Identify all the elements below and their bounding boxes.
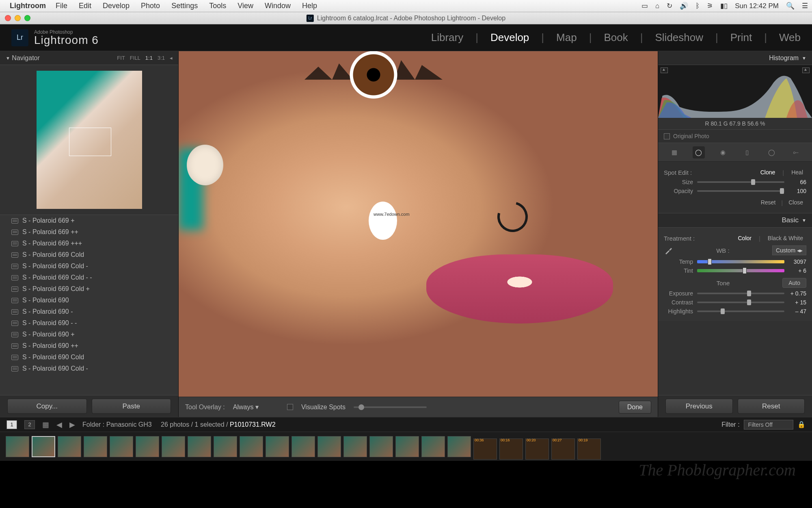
filmstrip-video-thumb[interactable] [473, 439, 497, 460]
original-photo-checkbox[interactable] [664, 133, 670, 139]
filmstrip-video-thumb[interactable] [577, 439, 601, 460]
menu-icon[interactable]: ☰ [802, 2, 808, 10]
app-menu[interactable]: Lightroom [10, 2, 46, 10]
prev-photo-icon[interactable]: ◀ [56, 420, 62, 429]
filmstrip-video-thumb[interactable] [499, 439, 523, 460]
auto-tone-button[interactable]: Auto [782, 278, 806, 288]
preset-item[interactable]: S - Polaroid 669 +++ [0, 238, 178, 249]
menu-file[interactable]: File [56, 2, 67, 10]
filmstrip-thumb[interactable] [395, 436, 419, 457]
grid-view-icon[interactable]: ▦ [42, 420, 49, 429]
preset-item[interactable]: S - Polaroid 690 Cold [0, 352, 178, 363]
contrast-slider[interactable] [697, 302, 784, 303]
temp-value[interactable]: 3097 [788, 258, 806, 265]
crop-tool-icon[interactable]: ▦ [668, 146, 680, 158]
filter-lock-icon[interactable]: 🔒 [797, 421, 806, 428]
preset-item[interactable]: S - Polaroid 690 [0, 295, 178, 306]
preset-item[interactable]: S - Polaroid 669 Cold [0, 249, 178, 261]
clone-mode-button[interactable]: Clone [757, 168, 779, 176]
filmstrip-thumb[interactable] [266, 436, 289, 457]
spot-removal-cursor[interactable] [369, 202, 397, 240]
color-treatment-button[interactable]: Color [734, 234, 754, 242]
filmstrip-thumb[interactable] [32, 436, 55, 457]
filmstrip-thumb[interactable] [447, 436, 471, 457]
zoom-fill[interactable]: FILL [130, 55, 140, 61]
airplay-icon[interactable]: ⌂ [655, 2, 659, 10]
menu-help[interactable]: Help [302, 2, 317, 10]
redeye-tool-icon[interactable]: ◉ [717, 146, 729, 158]
menu-tools[interactable]: Tools [209, 2, 226, 10]
zoom-3-1[interactable]: 3:1 [158, 55, 165, 61]
zoom-menu-icon[interactable]: ◂ [170, 55, 173, 61]
contrast-value[interactable]: + 15 [788, 299, 806, 306]
preset-item[interactable]: S - Polaroid 690 ++ [0, 340, 178, 352]
folder-path[interactable]: Folder : Panasonic GH3 [82, 421, 152, 428]
exposure-value[interactable]: + 0.75 [788, 290, 806, 297]
module-slideshow[interactable]: Slideshow [655, 31, 703, 44]
second-window-button[interactable]: 2 [24, 420, 35, 429]
gradient-tool-icon[interactable]: ▯ [741, 146, 753, 158]
battery-icon[interactable]: ▮▯ [720, 2, 728, 10]
preset-item[interactable]: S - Polaroid 690 - - [0, 317, 178, 329]
basic-header[interactable]: Basic ▼ [658, 213, 812, 228]
preset-item[interactable]: S - Polaroid 669 Cold + [0, 283, 178, 295]
filmstrip-thumb[interactable] [317, 436, 341, 457]
filmstrip-video-thumb[interactable] [525, 439, 549, 460]
module-web[interactable]: Web [779, 31, 801, 44]
filmstrip-thumb[interactable] [343, 436, 367, 457]
disclosure-triangle-icon[interactable]: ▼ [6, 56, 10, 61]
filmstrip-thumb[interactable] [110, 436, 133, 457]
reset-button[interactable]: Reset [738, 399, 805, 414]
original-photo-toggle[interactable]: Original Photo [658, 130, 812, 143]
bw-treatment-button[interactable]: Black & White [764, 234, 806, 242]
menu-edit[interactable]: Edit [79, 2, 91, 10]
filmstrip-thumb[interactable] [240, 436, 263, 457]
menu-photo[interactable]: Photo [141, 2, 160, 10]
wifi-icon[interactable]: ⚞ [707, 2, 713, 10]
size-value[interactable]: 66 [788, 179, 806, 185]
volume-icon[interactable]: 🔊 [680, 2, 688, 10]
display-icon[interactable]: ▭ [641, 2, 648, 10]
navigator-preview[interactable] [0, 65, 178, 215]
module-develop[interactable]: Develop [490, 31, 529, 44]
filmstrip-thumb[interactable] [421, 436, 445, 457]
radial-tool-icon[interactable]: ◯ [765, 146, 777, 158]
preset-item[interactable]: S - Polaroid 690 + [0, 329, 178, 340]
navigator-header[interactable]: ▼ Navigator FIT FILL 1:1 3:1 ◂ [0, 51, 178, 65]
eyedropper-icon[interactable] [664, 245, 674, 255]
tool-overlay-select[interactable]: Always ▾ [233, 403, 259, 411]
filmstrip-thumb[interactable] [188, 436, 211, 457]
filter-select[interactable]: Filters Off [744, 420, 793, 430]
paste-button[interactable]: Paste [92, 399, 171, 414]
histogram-display[interactable] [658, 65, 812, 118]
module-map[interactable]: Map [556, 31, 577, 44]
menu-develop[interactable]: Develop [103, 2, 130, 10]
navigator-image[interactable] [37, 71, 142, 209]
heal-mode-button[interactable]: Heal [788, 168, 806, 176]
zoom-window-button[interactable] [24, 15, 30, 21]
preset-item[interactable]: S - Polaroid 669 + [0, 215, 178, 226]
shadow-clip-indicator[interactable] [661, 67, 668, 73]
preset-item[interactable]: S - Polaroid 669 Cold - - [0, 272, 178, 283]
zoom-1-1[interactable]: 1:1 [145, 55, 153, 61]
temp-slider[interactable] [697, 260, 784, 263]
done-button[interactable]: Done [619, 401, 651, 414]
module-library[interactable]: Library [431, 31, 463, 44]
filmstrip-thumb[interactable] [84, 436, 107, 457]
previous-button[interactable]: Previous [665, 399, 733, 414]
disclosure-triangle-icon[interactable]: ▼ [802, 218, 806, 223]
filmstrip-thumb[interactable] [292, 436, 315, 457]
filmstrip-video-thumb[interactable] [551, 439, 575, 460]
filmstrip-thumb[interactable] [214, 436, 237, 457]
highlight-clip-indicator[interactable] [802, 67, 810, 73]
preset-item[interactable]: S - Polaroid 669 Cold - [0, 261, 178, 272]
menu-settings[interactable]: Settings [171, 2, 198, 10]
minimize-window-button[interactable] [15, 15, 21, 21]
filmstrip-thumb[interactable] [162, 436, 185, 457]
highlights-slider[interactable] [697, 310, 784, 312]
main-window-button[interactable]: 1 [6, 420, 17, 429]
navigator-crop-indicator[interactable] [69, 128, 111, 156]
size-slider[interactable] [697, 181, 784, 183]
preset-item[interactable]: S - Polaroid 690 Cold - [0, 363, 178, 374]
histogram-header[interactable]: Histogram ▼ [658, 51, 812, 65]
